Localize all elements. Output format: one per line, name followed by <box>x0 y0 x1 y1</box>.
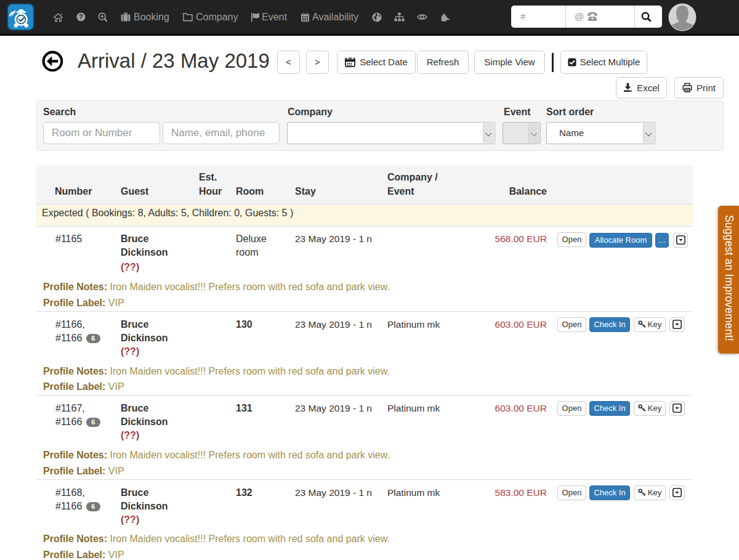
svg-text:?: ? <box>79 14 83 20</box>
